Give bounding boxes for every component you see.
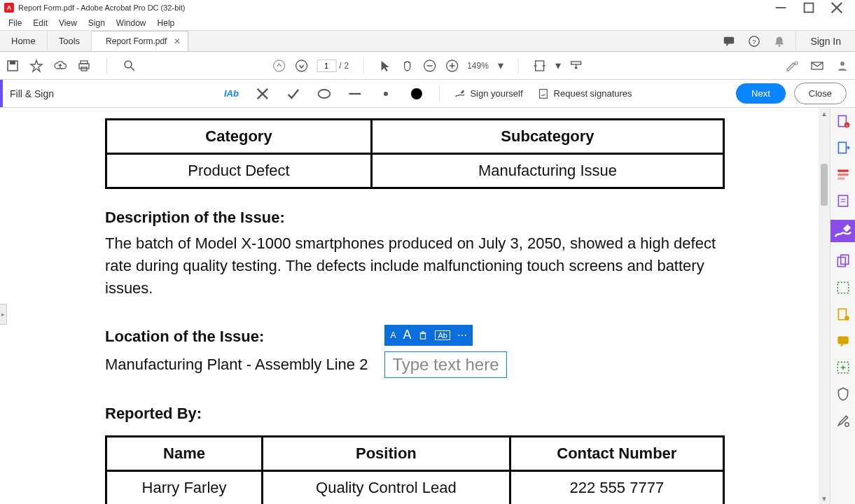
- location-heading: Location of the Issue:: [105, 328, 264, 346]
- minimize-button[interactable]: [767, 0, 795, 15]
- svg-rect-9: [10, 61, 15, 64]
- combine-files-icon[interactable]: [835, 253, 851, 269]
- contact-header: Contact Number: [510, 436, 723, 470]
- maximize-button[interactable]: [795, 0, 823, 15]
- zoom-dropdown-icon[interactable]: ▾: [497, 59, 504, 73]
- read-mode-icon[interactable]: [569, 59, 583, 73]
- name-value: Harry Farley: [106, 470, 263, 504]
- description-body: The batch of Model X-1000 smartphones pr…: [105, 232, 725, 300]
- increase-text-button[interactable]: A: [403, 328, 411, 342]
- svg-rect-41: [837, 177, 844, 179]
- cursor-icon[interactable]: [377, 59, 391, 73]
- left-pane-toggle[interactable]: ▸: [0, 304, 7, 325]
- circle-tool-button[interactable]: [315, 85, 332, 102]
- tab-home[interactable]: Home: [0, 31, 48, 51]
- text-input-field[interactable]: Type text here: [384, 351, 506, 378]
- request-signatures-button[interactable]: Request signatures: [537, 88, 632, 100]
- save-icon[interactable]: [6, 59, 20, 73]
- svg-line-14: [131, 67, 134, 71]
- export-pdf-icon[interactable]: [835, 140, 851, 155]
- stamp-icon[interactable]: [835, 307, 851, 322]
- reported-by-heading: Reported By:: [105, 405, 725, 423]
- page-down-icon[interactable]: [294, 59, 308, 73]
- mail-icon[interactable]: [810, 59, 824, 73]
- comment-icon[interactable]: [723, 35, 735, 48]
- fill-sign-toolbar: Fill & Sign IAb Sign yourself Request si…: [0, 80, 855, 108]
- scrollbar-thumb[interactable]: [821, 164, 828, 206]
- close-panel-button[interactable]: Close: [794, 83, 847, 104]
- share-icon[interactable]: [835, 280, 851, 295]
- svg-point-13: [125, 61, 132, 68]
- tab-tools[interactable]: Tools: [48, 31, 92, 51]
- more-tools-icon[interactable]: [835, 413, 851, 428]
- menu-file[interactable]: File: [3, 17, 27, 29]
- svg-rect-38: [838, 142, 846, 153]
- fit-width-icon[interactable]: [533, 59, 547, 73]
- x-mark-tool-button[interactable]: [253, 85, 270, 102]
- svg-text:+: +: [845, 123, 847, 127]
- person-icon[interactable]: [835, 59, 849, 73]
- svg-rect-4: [724, 36, 734, 43]
- contact-value: 222 555 7777: [510, 470, 723, 504]
- create-pdf-icon[interactable]: +: [835, 113, 851, 129]
- fill-sign-tool-icon[interactable]: [830, 220, 856, 242]
- menu-window[interactable]: Window: [111, 17, 152, 29]
- next-button[interactable]: Next: [736, 83, 786, 104]
- subcategory-header: Subcategory: [371, 120, 723, 154]
- zoom-out-icon[interactable]: [422, 59, 436, 73]
- decrease-text-button[interactable]: A: [390, 330, 396, 340]
- fit-dropdown-icon[interactable]: ▾: [555, 59, 561, 73]
- more-options-button[interactable]: ⋯: [457, 330, 467, 341]
- name-header: Name: [106, 436, 263, 470]
- close-button[interactable]: [823, 0, 851, 15]
- zoom-in-icon[interactable]: [445, 59, 459, 73]
- page-current-input[interactable]: [317, 59, 336, 72]
- color-picker-button[interactable]: [408, 85, 424, 102]
- document-viewport[interactable]: ▸ Category Subcategory Product Defect Ma…: [0, 108, 830, 504]
- protect-icon[interactable]: [835, 386, 851, 402]
- window-titlebar: A Report Form.pdf - Adobe Acrobat Pro DC…: [0, 0, 855, 15]
- svg-rect-32: [421, 333, 426, 339]
- svg-rect-50: [837, 336, 848, 344]
- scroll-up-arrow[interactable]: ▲: [819, 108, 830, 119]
- cloud-upload-icon[interactable]: [53, 59, 67, 73]
- right-tool-rail: +: [830, 108, 855, 504]
- description-heading: Description of the Issue:: [105, 209, 725, 227]
- sign-in-link[interactable]: Sign In: [795, 31, 855, 51]
- menu-edit[interactable]: Edit: [27, 17, 53, 29]
- star-icon[interactable]: [29, 59, 43, 73]
- fill-sign-label: Fill & Sign: [0, 80, 54, 107]
- help-icon[interactable]: ?: [748, 35, 760, 48]
- compress-icon[interactable]: [835, 360, 851, 375]
- hand-icon[interactable]: [400, 59, 414, 73]
- print-icon[interactable]: [77, 59, 91, 73]
- app-icon: A: [4, 3, 14, 13]
- svg-point-15: [273, 60, 284, 71]
- scroll-down-arrow[interactable]: ▼: [819, 493, 830, 504]
- organize-pages-icon[interactable]: [835, 193, 851, 209]
- page-total: 2: [344, 61, 349, 71]
- svg-point-26: [840, 62, 844, 66]
- tab-row: Home Tools Report Form.pdf ✕ ? Sign In: [0, 31, 855, 52]
- menu-view[interactable]: View: [53, 17, 83, 29]
- delete-field-button[interactable]: [418, 330, 428, 340]
- workspace: ▸ Category Subcategory Product Defect Ma…: [0, 108, 855, 504]
- svg-rect-31: [539, 89, 547, 98]
- menu-help[interactable]: Help: [152, 17, 181, 29]
- pen-share-icon[interactable]: [785, 59, 799, 73]
- menu-sign[interactable]: Sign: [83, 17, 111, 29]
- search-icon[interactable]: [123, 59, 137, 73]
- tab-close-icon[interactable]: ✕: [174, 36, 181, 46]
- vertical-scrollbar[interactable]: ▲ ▼: [819, 108, 830, 504]
- dot-tool-button[interactable]: [377, 85, 394, 102]
- check-tool-button[interactable]: [284, 85, 301, 102]
- sign-yourself-button[interactable]: Sign yourself: [453, 88, 522, 100]
- tab-document[interactable]: Report Form.pdf ✕: [92, 31, 188, 51]
- ab-field-button[interactable]: Ab: [435, 330, 450, 340]
- comment-tool-icon[interactable]: [835, 333, 851, 349]
- line-tool-button[interactable]: [346, 85, 363, 102]
- bell-icon[interactable]: [773, 35, 786, 48]
- text-tool-button[interactable]: IAb: [223, 85, 239, 102]
- page-up-icon[interactable]: [272, 59, 286, 73]
- edit-pdf-icon[interactable]: [835, 167, 851, 182]
